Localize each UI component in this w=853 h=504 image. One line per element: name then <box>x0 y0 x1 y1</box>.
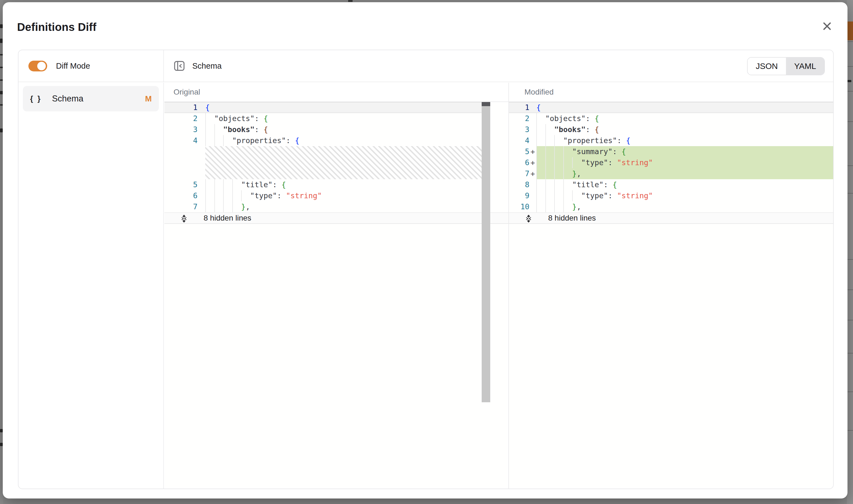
code-line[interactable]: 3"books": { <box>509 124 833 135</box>
original-scrollbar[interactable] <box>482 106 490 402</box>
schema-header: Schema JSON YAML <box>164 50 833 82</box>
modified-pane-label: Modified <box>524 88 554 96</box>
code-line[interactable]: 10}, <box>509 201 833 212</box>
code-line[interactable]: 1{ <box>164 102 508 113</box>
format-json-button[interactable]: JSON <box>748 58 786 75</box>
code-line[interactable]: 1{ <box>509 102 833 113</box>
panel-left-collapse-icon[interactable] <box>174 60 185 72</box>
sidebar-item-label: Schema <box>52 94 145 104</box>
code-line[interactable]: 2"objects": { <box>164 113 508 124</box>
code-line[interactable]: 7+}, <box>509 168 833 179</box>
original-pane-label: Original <box>174 88 200 96</box>
container-header: Diff Mode Schema JSON YAML <box>18 50 833 82</box>
close-button[interactable] <box>820 19 834 34</box>
code-line[interactable]: 4"properties": { <box>164 135 508 146</box>
modified-code-rows: 1{2"objects": {3"books": {4"properties":… <box>509 102 833 212</box>
format-segmented-control: JSON YAML <box>747 57 825 75</box>
code-line[interactable]: 6"type": "string" <box>164 190 508 201</box>
unfold-icon <box>180 215 188 223</box>
code-line[interactable]: 5"title": { <box>164 179 508 190</box>
background-orange-row <box>847 21 853 40</box>
code-line[interactable]: 7}, <box>164 201 508 212</box>
toggle-knob <box>37 62 46 70</box>
modified-hidden-lines-expander[interactable]: 8 hidden lines <box>509 212 833 224</box>
definitions-diff-modal: Definitions Diff Diff Mode <box>3 2 848 499</box>
code-line[interactable]: 6+"type": "string" <box>509 157 833 168</box>
format-yaml-button[interactable]: YAML <box>786 58 824 75</box>
code-line[interactable]: 2"objects": { <box>509 113 833 124</box>
background-page-right-edge <box>847 0 853 504</box>
background-top-fragment <box>348 0 352 2</box>
code-line[interactable]: 8"title": { <box>509 179 833 190</box>
diff-mode-toggle[interactable] <box>29 61 47 71</box>
hidden-lines-text: 8 hidden lines <box>548 214 596 222</box>
close-icon <box>822 21 832 32</box>
modified-badge: M <box>145 94 152 103</box>
braces-icon: { } <box>30 94 42 103</box>
modified-editor[interactable]: 1{2"objects": {3"books": {4"properties":… <box>509 102 833 489</box>
sidebar: { } Schema M <box>18 83 164 489</box>
original-code-rows: 1{2"objects": {3"books": {4"properties":… <box>164 102 508 212</box>
pane-labels-row: Original Modified <box>164 83 833 102</box>
diff-editors: Original Modified 1{2"objects": {3"books… <box>164 83 833 489</box>
diff-content-container: Diff Mode Schema JSON YAML <box>18 50 834 489</box>
original-editor[interactable]: 1{2"objects": {3"books": {4"properties":… <box>164 102 508 489</box>
diff-mode-label: Diff Mode <box>56 61 90 71</box>
page-title: Definitions Diff <box>17 21 97 33</box>
unfold-icon <box>524 215 533 223</box>
code-line[interactable]: 5+"summary": { <box>509 146 833 157</box>
code-line[interactable]: 4"properties": { <box>509 135 833 146</box>
hidden-lines-text: 8 hidden lines <box>204 214 251 222</box>
sidebar-item-schema[interactable]: { } Schema M <box>23 86 159 111</box>
code-line[interactable]: 9"type": "string" <box>509 190 833 201</box>
schema-header-title: Schema <box>192 61 222 71</box>
diff-mode-section: Diff Mode <box>18 50 164 82</box>
original-hidden-lines-expander[interactable]: 8 hidden lines <box>164 212 508 224</box>
code-line[interactable]: 3"books": { <box>164 124 508 135</box>
diff-filler-hatch <box>205 146 482 179</box>
original-scrollbar-cursor-marker <box>482 102 490 106</box>
